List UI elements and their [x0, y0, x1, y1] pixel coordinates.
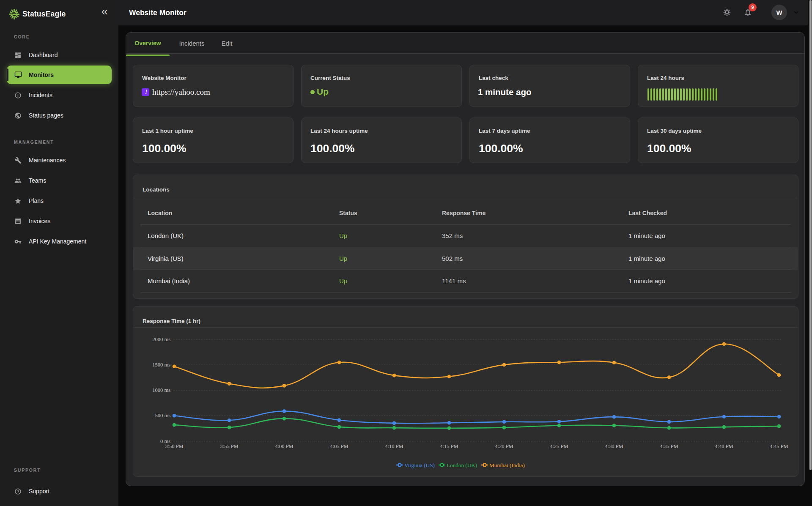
svg-text:2000 ms: 2000 ms: [152, 336, 170, 342]
svg-text:3:55 PM: 3:55 PM: [220, 443, 238, 449]
svg-text:500 ms: 500 ms: [155, 413, 171, 418]
svg-text:Mumbai (India): Mumbai (India): [489, 462, 525, 468]
svg-text:4:35 PM: 4:35 PM: [660, 443, 678, 449]
svg-text:3:50 PM: 3:50 PM: [165, 443, 183, 449]
svg-text:1000 ms: 1000 ms: [152, 387, 170, 393]
svg-text:!: !: [145, 88, 147, 96]
svg-text:1500 ms: 1500 ms: [152, 362, 170, 368]
svg-text:4:20 PM: 4:20 PM: [495, 443, 513, 449]
svg-text:4:05 PM: 4:05 PM: [330, 443, 348, 449]
svg-text:4:45 PM: 4:45 PM: [770, 443, 788, 449]
svg-text:Virginia (US): Virginia (US): [404, 462, 435, 468]
svg-text:4:40 PM: 4:40 PM: [715, 443, 733, 449]
svg-text:4:30 PM: 4:30 PM: [605, 443, 623, 449]
svg-text:4:25 PM: 4:25 PM: [550, 443, 568, 449]
svg-text:4:10 PM: 4:10 PM: [385, 443, 403, 449]
svg-text:London (UK): London (UK): [447, 462, 477, 468]
svg-text:4:15 PM: 4:15 PM: [440, 443, 458, 449]
svg-text:4:00 PM: 4:00 PM: [275, 443, 293, 449]
